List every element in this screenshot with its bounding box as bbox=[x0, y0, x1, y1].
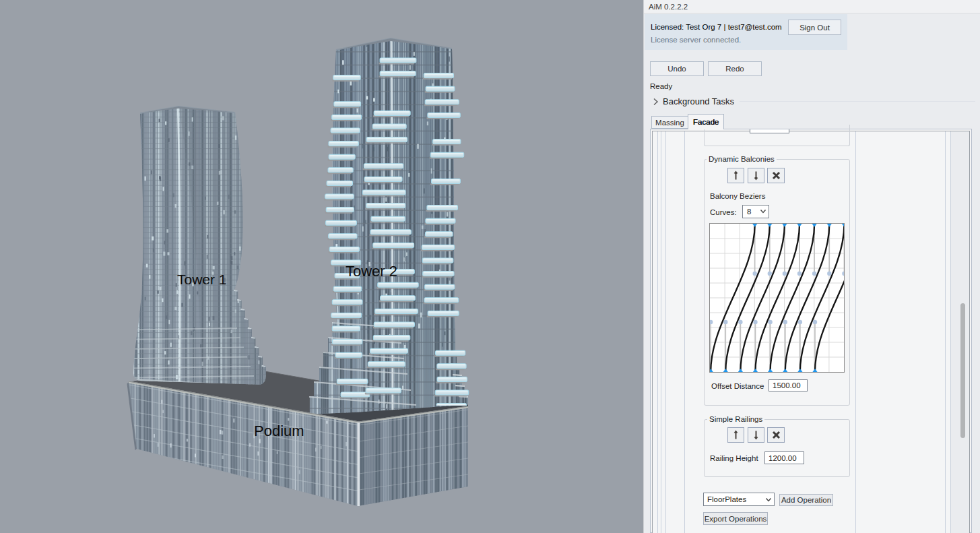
svg-text:Tower 1: Tower 1 bbox=[177, 272, 227, 287]
svg-text:Podium: Podium bbox=[254, 422, 304, 439]
svg-text:Tower 2: Tower 2 bbox=[346, 263, 397, 280]
